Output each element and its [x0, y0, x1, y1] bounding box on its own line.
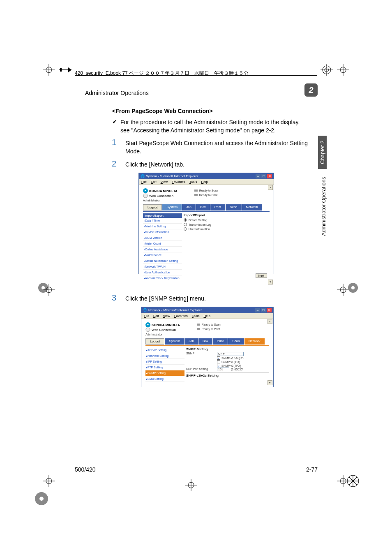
- side-menu-header: Import/Export: [143, 213, 182, 218]
- reg-mark-icon: [59, 64, 71, 76]
- tab-job[interactable]: Job: [184, 338, 198, 345]
- step-text: Click the [SNMP Setting] menu.: [125, 293, 206, 303]
- next-button[interactable]: Next: [256, 273, 267, 278]
- logout-button[interactable]: Logout: [145, 338, 164, 345]
- side-item-ipp[interactable]: IPP Setting: [145, 359, 184, 365]
- side-item-rom[interactable]: ROM Version: [143, 235, 182, 241]
- checkbox-icon: ✓: [217, 356, 220, 360]
- scroll-up-icon[interactable]: ▴: [267, 319, 272, 324]
- side-item-ftp[interactable]: FTP Setting: [145, 365, 184, 370]
- menu-view[interactable]: View: [161, 180, 168, 184]
- footer-model: 500/420: [75, 466, 96, 473]
- checkmark-icon: ✔: [112, 118, 117, 134]
- status-scan: Ready to Scan: [199, 189, 218, 192]
- tab-scan[interactable]: Scan: [228, 338, 244, 345]
- udp-port-range: (1-65535): [231, 368, 243, 371]
- side-item-account[interactable]: Account Track Registration: [143, 275, 182, 281]
- menu-edit[interactable]: Edit: [151, 180, 157, 184]
- menu-tools[interactable]: Tools: [192, 314, 200, 318]
- scroll-down-icon[interactable]: ▾: [268, 280, 273, 284]
- divider: [75, 464, 317, 464]
- checkbox-snmp-v1-ipx[interactable]: SNMP v1(IPX): [217, 360, 244, 363]
- checkbox-snmp-v1v2c-ip[interactable]: ✓SNMP v1/v2c(IP): [217, 356, 244, 360]
- tab-network[interactable]: Network: [244, 338, 265, 345]
- reg-mark-icon: [43, 475, 55, 487]
- tab-network[interactable]: Network: [242, 204, 262, 210]
- tab-system[interactable]: System: [165, 338, 184, 345]
- scroll-down-icon[interactable]: ▾: [267, 380, 272, 385]
- tab-print[interactable]: Print: [210, 204, 225, 210]
- close-button[interactable]: ✕: [267, 308, 272, 312]
- brand-logo-icon: ✦: [145, 322, 150, 327]
- side-item-smb[interactable]: SMB Setting: [145, 376, 184, 382]
- minimize-button[interactable]: –: [256, 174, 261, 178]
- side-item-maint[interactable]: Maintenance: [143, 252, 182, 258]
- side-item-status[interactable]: Status Notification Setting: [143, 258, 182, 264]
- form-title: Import/Export: [184, 213, 270, 217]
- menu-file[interactable]: File: [141, 180, 147, 184]
- window-title: Network - Microsoft Internet Explorer: [148, 308, 202, 312]
- maximize-button[interactable]: □: [261, 174, 266, 178]
- pagescope-label: Web Connection: [149, 194, 173, 198]
- snmp-label: SNMP: [186, 352, 217, 367]
- menu-favorites[interactable]: Favorites: [174, 314, 188, 318]
- checkbox-snmp-v3-tpx[interactable]: ✓SNMP v3(TPX): [217, 364, 244, 367]
- divider: [143, 211, 270, 212]
- tab-job[interactable]: Job: [182, 204, 196, 210]
- radio-user-info[interactable]: User Information: [184, 227, 270, 231]
- logout-button[interactable]: Logout: [143, 204, 162, 210]
- step-number: 2: [112, 159, 118, 169]
- scroll-up-icon[interactable]: ▴: [268, 185, 273, 190]
- minimize-button[interactable]: –: [255, 308, 260, 312]
- note-item: ✔ For the procedure to call the Administ…: [112, 118, 309, 134]
- step-number: 3: [112, 293, 118, 303]
- tab-print[interactable]: Print: [213, 338, 228, 345]
- maximize-button[interactable]: □: [261, 308, 266, 312]
- menu-help[interactable]: Help: [204, 314, 210, 318]
- side-item-userauth[interactable]: User Authentication: [143, 270, 182, 275]
- step-1: 1 Start PageScope Web Connection and acc…: [112, 138, 317, 155]
- snmp-form: SNMP Setting SNMP ON ▾ ✓SNMP v1/v2c(IP) …: [186, 347, 269, 382]
- side-item-twain[interactable]: Network TWAIN: [143, 264, 182, 270]
- titlebar: 🌐 System - Microsoft Internet Explorer –…: [139, 173, 274, 179]
- menu-edit[interactable]: Edit: [153, 314, 159, 318]
- menu-tools[interactable]: Tools: [189, 180, 197, 184]
- tab-box[interactable]: Box: [198, 338, 212, 345]
- side-item-date[interactable]: Date / Time: [143, 218, 182, 224]
- side-item-snmp[interactable]: SNMP Setting: [145, 370, 184, 376]
- radio-device-setting[interactable]: Device Setting: [184, 218, 270, 222]
- window-title: System - Microsoft Internet Explorer: [146, 174, 198, 178]
- menu-favorites[interactable]: Favorites: [172, 180, 185, 184]
- menubar: File Edit View Favorites Tools Help: [141, 313, 273, 319]
- printer-icon: [196, 327, 201, 331]
- radio-transmission-log[interactable]: Transmission Log: [184, 223, 270, 226]
- snmp-select[interactable]: ON ▾: [217, 352, 244, 356]
- menu-file[interactable]: File: [144, 314, 149, 318]
- tab-box[interactable]: Box: [196, 204, 210, 210]
- side-item-meter[interactable]: Meter Count: [143, 241, 182, 247]
- reg-mark-icon: [32, 489, 51, 508]
- side-item-device[interactable]: Device Information: [143, 229, 182, 235]
- svg-point-22: [351, 286, 355, 289]
- side-item-online[interactable]: Online Assistance: [143, 247, 182, 252]
- side-item-tcpip[interactable]: TCP/IP Setting: [145, 347, 184, 353]
- reg-mark-icon: [345, 473, 361, 489]
- tab-scan[interactable]: Scan: [226, 204, 241, 210]
- step-2: 2 Click the [Network] tab.: [112, 159, 317, 169]
- close-button[interactable]: ✕: [267, 174, 272, 178]
- brand-logo-icon: ✦: [143, 188, 148, 193]
- side-item-netware[interactable]: NetWare Setting: [145, 353, 184, 359]
- menu-help[interactable]: Help: [201, 180, 208, 184]
- tab-system[interactable]: System: [162, 204, 182, 210]
- status-scan: Ready to Scan: [202, 323, 221, 326]
- side-item-machine[interactable]: Machine Setting: [143, 224, 182, 229]
- udp-port-input[interactable]: 161: [217, 368, 229, 371]
- menu-view[interactable]: View: [163, 314, 170, 318]
- status-print: Ready to Print: [199, 194, 217, 197]
- scanner-icon: [196, 322, 201, 326]
- admin-label: Administrator: [145, 333, 180, 336]
- pagescope-label: Web Connection: [152, 328, 176, 332]
- divider: [85, 96, 317, 96]
- reg-mark-icon: [345, 280, 361, 296]
- side-menu: TCP/IP Setting NetWare Setting IPP Setti…: [145, 347, 184, 382]
